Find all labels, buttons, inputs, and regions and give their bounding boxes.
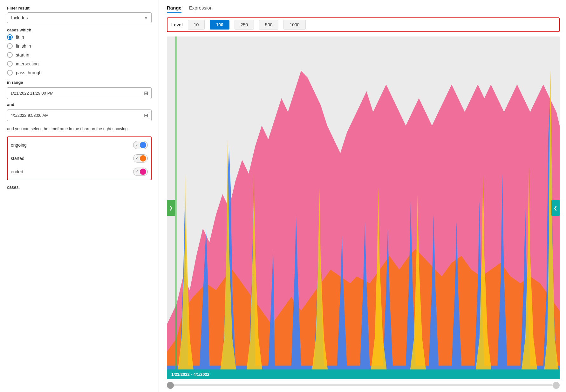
toggle-dot-started <box>140 155 146 162</box>
level-btn-100[interactable]: 100 <box>210 20 229 30</box>
in-range-label: in range <box>7 80 152 85</box>
toggle-dot-ended <box>140 169 146 175</box>
radio-circle-start_in <box>7 52 13 58</box>
level-btn-10[interactable]: 10 <box>188 20 205 30</box>
toggle-control-started[interactable]: ✓ <box>133 154 148 163</box>
dropdown-value: Includes <box>11 15 28 20</box>
tab-range[interactable]: Range <box>167 5 181 13</box>
toggle-control-ongoing[interactable]: ✓ <box>133 141 148 149</box>
toggle-pill-ongoing[interactable]: ✓ <box>133 141 148 149</box>
toggle-row-started: started✓ <box>11 152 148 164</box>
toggle-row-ended: ended✓ <box>11 166 148 178</box>
radio-circle-fit_in <box>7 34 13 40</box>
range-start-value: 1/21/2022 11:29:00 PM <box>10 91 53 96</box>
description-text: and you can select the timeframe in the … <box>7 126 152 132</box>
level-selector-box: Level 101002505001000 <box>167 17 560 32</box>
level-btn-1000[interactable]: 1000 <box>283 20 305 30</box>
left-panel: Filter result Includes ∨ cases which fit… <box>0 0 159 392</box>
radio-label-intersecting: intersecting <box>16 61 39 66</box>
date-range-label: 1/21/2022 - 4/1/2022 <box>171 372 209 377</box>
tab-expression[interactable]: Expression <box>189 5 213 13</box>
cases-which-radio-group: fit infinish instart inintersectingpass … <box>7 34 152 76</box>
nav-arrow-right[interactable]: ❮ <box>551 200 560 216</box>
toggle-label-ended: ended <box>11 169 23 174</box>
radio-item-finish_in[interactable]: finish in <box>7 43 152 49</box>
radio-item-pass_through[interactable]: pass through <box>7 70 152 76</box>
calendar-icon-end[interactable]: ⊞ <box>144 112 148 118</box>
toggle-row-ongoing: ongoing✓ <box>11 139 148 151</box>
right-panel: RangeExpression Level 101002505001000 ❯ <box>159 0 566 392</box>
radio-label-fit_in: fit in <box>16 35 24 40</box>
range-end-value: 4/1/2022 9:58:00 AM <box>10 113 49 118</box>
scroll-thumb-right[interactable] <box>553 382 560 389</box>
level-btn-500[interactable]: 500 <box>259 20 278 30</box>
chart-scrollbar[interactable] <box>167 382 560 389</box>
toggle-pill-ended[interactable]: ✓ <box>133 168 148 176</box>
range-end-input[interactable]: 4/1/2022 9:58:00 AM ⊞ <box>7 110 152 121</box>
cases-which-label: cases which <box>7 28 152 32</box>
range-start-input[interactable]: 1/21/2022 11:29:00 PM ⊞ <box>7 87 152 99</box>
radio-circle-intersecting <box>7 61 13 67</box>
scroll-track[interactable] <box>174 384 553 386</box>
level-btn-250[interactable]: 250 <box>235 20 254 30</box>
radio-label-pass_through: pass through <box>16 70 42 75</box>
nav-arrow-left[interactable]: ❯ <box>167 200 175 216</box>
scroll-thumb-left[interactable] <box>167 382 174 389</box>
filter-result-dropdown[interactable]: Includes ∨ <box>7 12 152 23</box>
toggle-box: ongoing✓started✓ended✓ <box>7 136 152 180</box>
toggle-label-ongoing: ongoing <box>11 143 27 148</box>
radio-item-start_in[interactable]: start in <box>7 52 152 58</box>
chevron-down-icon: ∨ <box>145 16 147 20</box>
tab-bar: RangeExpression <box>167 5 560 13</box>
toggle-dot-ongoing <box>140 142 146 148</box>
filter-result-label: Filter result <box>7 6 152 10</box>
toggle-control-ended[interactable]: ✓ <box>133 168 148 176</box>
radio-item-fit_in[interactable]: fit in <box>7 34 152 40</box>
radio-item-intersecting[interactable]: intersecting <box>7 61 152 67</box>
checkmark-icon-ongoing: ✓ <box>135 143 138 147</box>
toggle-label-started: started <box>11 156 24 161</box>
checkmark-icon-started: ✓ <box>135 156 138 160</box>
radio-circle-finish_in <box>7 43 13 49</box>
and-label: and <box>7 102 152 107</box>
chart-svg <box>167 37 560 379</box>
radio-label-start_in: start in <box>16 52 29 57</box>
checkmark-icon-ended: ✓ <box>135 169 138 174</box>
radio-label-finish_in: finish in <box>16 43 31 49</box>
calendar-icon-start[interactable]: ⊞ <box>144 90 148 96</box>
radio-circle-pass_through <box>7 70 13 76</box>
toggle-pill-started[interactable]: ✓ <box>133 154 148 163</box>
level-label: Level <box>171 22 183 27</box>
date-range-bar: 1/21/2022 - 4/1/2022 <box>167 369 560 379</box>
cases-text: cases. <box>7 185 152 190</box>
chart-area: ❯ ❮ 1/21/202 <box>167 37 560 379</box>
